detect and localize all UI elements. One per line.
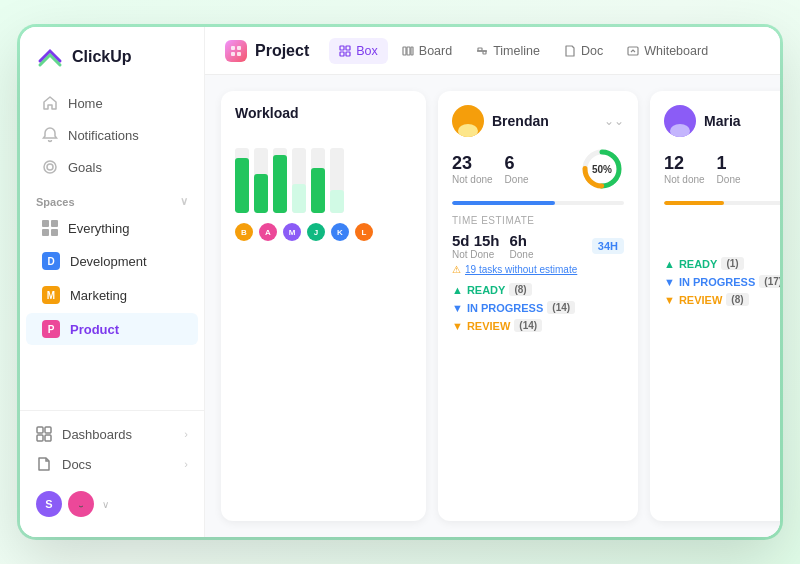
docs-expand-icon[interactable]: › [184, 458, 188, 470]
brendan-notdone: 23 Not done [452, 153, 493, 185]
brendan-name: Brendan [492, 113, 549, 129]
svg-rect-14 [340, 46, 344, 50]
brendan-time-badge: 34H [592, 238, 624, 254]
spaces-section-label: Spaces ∨ [20, 183, 204, 212]
maria-review-toggle[interactable]: ▼ REVIEW (8) [664, 293, 780, 306]
svg-rect-3 [37, 427, 43, 433]
space-product[interactable]: P Product [26, 313, 198, 345]
brendan-review-toggle[interactable]: ▼ REVIEW (14) [452, 319, 624, 332]
topbar: Project Box Board [205, 27, 780, 75]
tab-doc[interactable]: Doc [554, 38, 613, 64]
tab-timeline-label: Timeline [493, 44, 540, 58]
brendan-donut: 50% [580, 147, 624, 191]
user-avatar-s[interactable]: S [36, 491, 62, 517]
maria-review-label: REVIEW [679, 294, 722, 306]
brendan-time-notdone-sub: Not Done [452, 249, 500, 260]
board-icon [402, 45, 414, 57]
chevron-ready: ▲ [452, 284, 463, 296]
maria-card: Maria ⌄⌄ 12 Not done 1 Done [650, 91, 780, 521]
doc-icon [564, 45, 576, 57]
svg-rect-13 [237, 52, 241, 56]
user-avatar-2[interactable] [68, 491, 94, 517]
logo: ClickUp [20, 43, 204, 87]
nav-goals[interactable]: Goals [26, 152, 198, 182]
workload-title: Workload [235, 105, 412, 121]
bar-fill-3 [273, 155, 287, 214]
chevron-inprogress: ▼ [452, 302, 463, 314]
whiteboard-icon [627, 45, 639, 57]
tab-board-label: Board [419, 44, 452, 58]
space-marketing[interactable]: M Marketing [26, 279, 198, 311]
avatar-k: K [331, 223, 349, 241]
svg-point-9 [82, 502, 84, 504]
svg-rect-5 [37, 435, 43, 441]
space-product-label: Product [70, 322, 119, 337]
brendan-time-notdone-val: 5d 15h [452, 232, 500, 249]
space-development[interactable]: D Development [26, 245, 198, 277]
space-everything[interactable]: Everything [26, 213, 198, 243]
brendan-time-done-sub: Done [510, 249, 534, 260]
logo-icon [36, 43, 64, 71]
maria-inprogress-label: IN PROGRESS [679, 276, 755, 288]
workload-card: Workload [221, 91, 426, 521]
svg-point-0 [44, 161, 56, 173]
smile-icon [74, 497, 88, 511]
avatar-brendan: B [235, 223, 253, 241]
bar-track-5 [311, 148, 325, 213]
brendan-time-notdone: 5d 15h Not Done [452, 232, 500, 260]
maria-stats: 12 Not done 1 Done 25% [664, 147, 780, 191]
main-area: Project Box Board [205, 27, 780, 537]
maria-ready-label: READY [679, 258, 718, 270]
bar-track-6 [330, 148, 344, 213]
bar-5 [311, 148, 325, 213]
user-dropdown-icon[interactable]: ∨ [102, 499, 109, 510]
maria-progress-toggle[interactable]: ▼ IN PROGRESS (17) [664, 275, 780, 288]
brendan-review-count: (14) [514, 319, 542, 332]
bar-3 [273, 148, 287, 213]
brendan-ready-label: READY [467, 284, 506, 296]
maria-ready-count: (1) [721, 257, 743, 270]
workload-chart [235, 133, 412, 213]
nav-dashboards[interactable]: Dashboards › [20, 419, 204, 449]
nav-home[interactable]: Home [26, 88, 198, 118]
svg-rect-23 [483, 51, 486, 54]
brendan-warning-text[interactable]: 19 tasks without estimate [465, 264, 577, 275]
maria-ready-toggle[interactable]: ▲ READY (1) [664, 257, 780, 270]
tab-board[interactable]: Board [392, 38, 462, 64]
tab-whiteboard[interactable]: Whiteboard [617, 38, 718, 64]
maria-review-count: (8) [726, 293, 748, 306]
product-dot: P [42, 320, 60, 338]
bar-track-4 [292, 148, 306, 213]
bar-fill-2 [254, 174, 268, 213]
box-icon [339, 45, 351, 57]
workload-avatars: B A M J K L [235, 223, 412, 241]
svg-point-2 [49, 166, 51, 168]
tab-box[interactable]: Box [329, 38, 388, 64]
warning-icon: ⚠ [452, 264, 461, 275]
bottom-nav: Dashboards › Docs › S [20, 410, 204, 521]
bar-fill-4 [292, 184, 306, 213]
svg-point-26 [458, 124, 478, 137]
tab-whiteboard-label: Whiteboard [644, 44, 708, 58]
svg-rect-10 [231, 46, 235, 50]
nav-notifications[interactable]: Notifications [26, 120, 198, 150]
svg-rect-19 [407, 47, 410, 55]
spaces-label-text: Spaces [36, 196, 75, 208]
nav-docs[interactable]: Docs › [20, 449, 204, 479]
spaces-collapse-icon[interactable]: ∨ [180, 195, 188, 208]
tab-timeline[interactable]: Timeline [466, 38, 550, 64]
brendan-ready-toggle[interactable]: ▲ READY (8) [452, 283, 624, 296]
logo-text: ClickUp [72, 48, 132, 66]
user-avatars: S ∨ [20, 479, 204, 521]
chevron-maria-review: ▼ [664, 294, 675, 306]
brendan-progress-toggle[interactable]: ▼ IN PROGRESS (14) [452, 301, 624, 314]
brendan-chevron[interactable]: ⌄⌄ [604, 114, 624, 128]
brendan-done-val: 6 [505, 153, 529, 174]
dashboards-expand-icon[interactable]: › [184, 428, 188, 440]
sidebar: ClickUp Home Notifications Goals Spa [20, 27, 205, 537]
svg-rect-22 [478, 48, 482, 51]
maria-header: Maria ⌄⌄ [664, 105, 780, 137]
svg-point-8 [78, 502, 80, 504]
content-area: Workload [205, 75, 780, 537]
maria-notdone: 12 Not done [664, 153, 705, 185]
